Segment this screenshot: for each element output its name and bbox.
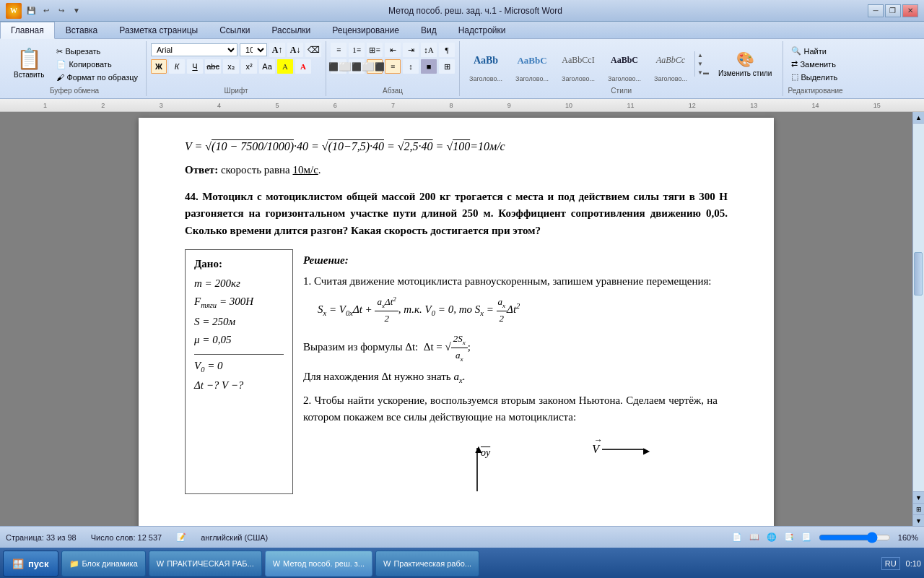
tab-home[interactable]: Главная xyxy=(0,22,55,39)
answer-bold: Ответ: xyxy=(185,164,218,176)
gallery-up-arrow[interactable]: ▲ xyxy=(697,51,710,59)
find-icon: 🔍 xyxy=(791,46,801,56)
view-web[interactable]: 🌐 xyxy=(767,532,777,542)
italic-button[interactable]: К xyxy=(169,59,185,74)
scroll-next-button[interactable]: ▼ xyxy=(913,514,925,526)
given-v0: V0 = 0 xyxy=(194,354,284,376)
style-heading2[interactable]: AaBbC Заголово... xyxy=(510,44,554,85)
tab-mailings[interactable]: Рассылки xyxy=(261,22,321,38)
taskbar-item-prakticheskaya[interactable]: W Практическая рабо... xyxy=(375,551,479,577)
font-family-select[interactable]: Arial xyxy=(151,43,237,56)
view-normal[interactable]: 📄 xyxy=(732,532,742,542)
outdent-button[interactable]: ⇤ xyxy=(385,43,401,57)
style-heading1[interactable]: AaBb Заголово... xyxy=(464,44,507,85)
borders-button[interactable]: ⊞ xyxy=(439,59,455,74)
align-right-button[interactable]: ⬜⬛ xyxy=(367,59,383,74)
document-page[interactable]: V = √(10 − 7500/1000)·40 = √(10−7,5)·40 … xyxy=(139,118,774,526)
style-heading4[interactable]: AaBbC Заголово... xyxy=(603,44,646,85)
underline-button[interactable]: Ч xyxy=(187,59,203,74)
clear-format-button[interactable]: ⌫ xyxy=(305,43,321,57)
font-size-select[interactable]: 10 xyxy=(240,43,267,56)
scroll-up-button[interactable]: ▲ xyxy=(913,112,925,124)
clipboard-small-buttons: ✂ Вырезать 📄 Копировать 🖌 Формат по обра… xyxy=(53,46,141,83)
bold-button[interactable]: Ж xyxy=(151,59,167,74)
editing-buttons: 🔍 Найти ⇄ Заменить ⬚ Выделить xyxy=(788,45,841,83)
scroll-down-button[interactable]: ▼ xyxy=(913,491,925,503)
force-diagram: oy ▲ → V ▶ xyxy=(303,434,718,491)
given-s: S = 250м xyxy=(194,314,284,330)
align-center-button[interactable]: ⬜⬛⬜ xyxy=(349,59,365,74)
copy-button[interactable]: 📄 Копировать xyxy=(53,59,141,71)
view-draft[interactable]: 📃 xyxy=(801,532,811,542)
scroll-thumb[interactable] xyxy=(914,252,923,296)
tab-insert[interactable]: Вставка xyxy=(55,22,109,38)
paste-button[interactable]: 📋 Вставить xyxy=(7,46,51,82)
style-normal[interactable]: AaBbCc Заголово... xyxy=(649,44,692,85)
zoom-slider[interactable] xyxy=(819,532,891,543)
multilevel-button[interactable]: ⊞≡ xyxy=(367,43,383,57)
restore-button[interactable]: ❐ xyxy=(885,4,901,17)
view-outline[interactable]: 📑 xyxy=(784,532,794,542)
style-heading3[interactable]: AaBbCcI Заголово... xyxy=(557,44,600,85)
undo-button[interactable]: ↩ xyxy=(40,4,53,17)
change-styles-icon: 🎨 xyxy=(736,51,754,68)
case-button[interactable]: Aa xyxy=(259,59,275,74)
scroll-track[interactable] xyxy=(913,124,924,491)
zoom-level[interactable]: 160% xyxy=(898,533,918,542)
close-button[interactable]: ✕ xyxy=(902,4,918,17)
align-justify-button[interactable]: ≡ xyxy=(385,59,401,74)
change-styles-button[interactable]: 🎨 Изменить стили xyxy=(712,47,778,81)
taskbar-lang[interactable]: RU xyxy=(881,557,900,570)
solution-step-1-text: 1. Считая движение мотоциклиста равноуск… xyxy=(303,273,718,290)
font-color-button[interactable]: A xyxy=(295,59,311,74)
strikethrough-button[interactable]: abc xyxy=(205,59,221,74)
oy-arrow: ▲ xyxy=(473,441,484,459)
style-label-4: Заголово... xyxy=(608,75,641,82)
tab-view[interactable]: Вид xyxy=(410,22,448,38)
formula-top-text: V = √(10 − 7500/1000)·40 = √(10−7,5)·40 … xyxy=(185,140,505,152)
editing-group: 🔍 Найти ⇄ Заменить ⬚ Выделить Редактиров… xyxy=(783,41,847,96)
superscript-button[interactable]: x² xyxy=(241,59,257,74)
start-button[interactable]: 🪟 пуск xyxy=(3,551,58,577)
tab-references[interactable]: Ссылки xyxy=(209,22,261,38)
select-button[interactable]: ⬚ Выделить xyxy=(788,71,841,83)
font-label: Шрифт xyxy=(151,85,321,95)
language[interactable]: английский (США) xyxy=(201,533,268,542)
scroll-select-button[interactable]: ⊞ xyxy=(913,503,925,514)
bullets-button[interactable]: ≡ xyxy=(331,43,346,57)
replace-button[interactable]: ⇄ Заменить xyxy=(788,58,841,70)
increase-font-button[interactable]: A↑ xyxy=(269,43,285,57)
view-reading[interactable]: 📖 xyxy=(749,532,759,542)
taskbar-item-blok[interactable]: 📁 Блок динамика xyxy=(61,551,146,577)
line-spacing-button[interactable]: ↕ xyxy=(403,59,419,74)
style-label-2: Заголово... xyxy=(515,75,549,82)
save-button[interactable]: 💾 xyxy=(25,4,38,17)
style-preview-3: AaBbCcI xyxy=(562,46,594,75)
indent-button[interactable]: ⇥ xyxy=(403,43,419,57)
minimize-button[interactable]: ─ xyxy=(868,4,884,17)
subscript-button[interactable]: x₂ xyxy=(223,59,239,74)
sort-button[interactable]: ↕A xyxy=(421,43,437,57)
taskbar-item-metod[interactable]: W Метод пособ. реш. з... xyxy=(265,551,372,577)
decrease-font-button[interactable]: A↓ xyxy=(287,43,303,57)
format-painter-icon: 🖌 xyxy=(56,73,64,82)
cut-button[interactable]: ✂ Вырезать xyxy=(53,46,141,58)
taskbar-item-metod-icon: W xyxy=(273,559,280,568)
pilcrow-button[interactable]: ¶ xyxy=(439,43,455,57)
gallery-down-arrow[interactable]: ▼ xyxy=(697,60,710,68)
taskbar-item-metod-label: Метод пособ. реш. з... xyxy=(283,559,365,568)
gallery-more-arrow[interactable]: ▼▬ xyxy=(697,69,710,77)
tab-addins[interactable]: Надстройки xyxy=(448,22,517,38)
highlight-button[interactable]: A xyxy=(277,59,293,74)
numbering-button[interactable]: 1≡ xyxy=(349,43,365,57)
redo-button[interactable]: ↪ xyxy=(55,4,68,17)
format-painter-button[interactable]: 🖌 Формат по образцу xyxy=(53,72,141,83)
spell-check-icon[interactable]: 📝 xyxy=(176,532,186,542)
paragraph-group: ≡ 1≡ ⊞≡ ⇤ ⇥ ↕A ¶ ⬛⬜ ⬜⬛⬜ ⬜⬛ ≡ ↕ ■ ⊞ xyxy=(326,41,460,96)
taskbar-item-practical[interactable]: W ПРАКТИЧЕСКАЯ РАБ... xyxy=(149,551,262,577)
tab-review[interactable]: Рецензирование xyxy=(321,22,410,38)
find-button[interactable]: 🔍 Найти xyxy=(788,45,841,57)
tab-page-layout[interactable]: Разметка страницы xyxy=(108,22,209,38)
customize-button[interactable]: ▼ xyxy=(70,4,83,17)
shading-button[interactable]: ■ xyxy=(421,59,437,74)
